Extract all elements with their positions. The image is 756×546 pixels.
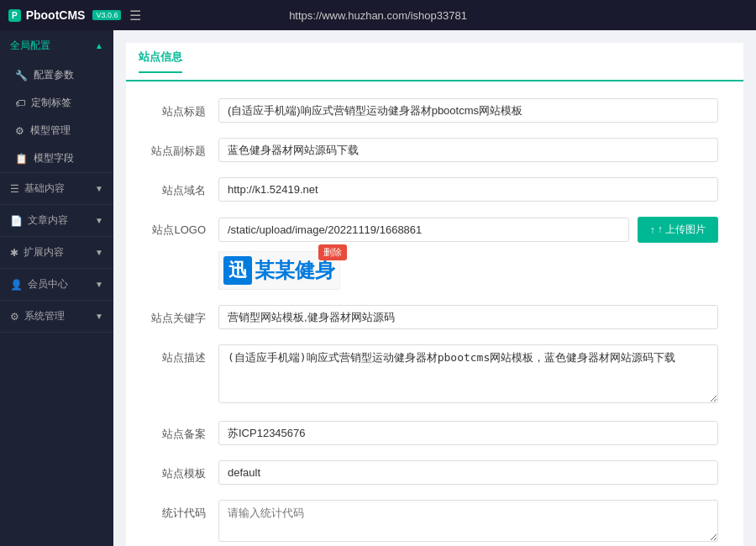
- site-template-input[interactable]: [218, 460, 718, 485]
- site-template-field: [218, 460, 718, 485]
- logo-preview-icon: 迅: [223, 256, 252, 285]
- sidebar-item-model-manage[interactable]: ⚙ 模型管理: [0, 117, 113, 144]
- sidebar-section-header-all-config[interactable]: 全局配置 ▲: [0, 30, 113, 61]
- logo-icon: P: [8, 9, 21, 22]
- sidebar-item-model-fields[interactable]: 📋 模型字段: [0, 144, 113, 172]
- site-url: https://www.huzhan.com/ishop33781: [289, 9, 467, 22]
- content-area: 站点信息 站点标题 站点副标题 站点域名: [113, 30, 756, 546]
- article-content-icon: 📄: [10, 215, 23, 227]
- all-config-arrow: ▲: [95, 41, 103, 50]
- upload-btn[interactable]: ↑ ↑ 上传图片: [638, 217, 718, 243]
- upload-icon: ↑: [650, 224, 655, 236]
- form-row-site-domain: 站点域名: [143, 177, 718, 202]
- basic-content-arrow: ▼: [95, 184, 103, 193]
- page-title: 站点信息: [139, 50, 182, 73]
- form-row-site-logo: 站点LOGO ↑ ↑ 上传图片 迅 某某健身: [143, 217, 718, 290]
- logo-preview-container: 迅 某某健身 删除: [218, 251, 340, 290]
- config-params-icon: 🔧: [15, 70, 28, 81]
- sidebar-section-all-config: 全局配置 ▲ 🔧 配置参数 🏷 定制标签 ⚙ 模型管理 📋 模型字段: [0, 30, 113, 173]
- extend-content-icon: ✱: [10, 247, 18, 259]
- site-description-field: (自适应手机端)响应式营销型运动健身器材pbootcms网站模板，蓝色健身器材网…: [218, 344, 718, 406]
- member-center-label: 会员中心: [28, 277, 68, 291]
- logo-preview-text: 某某健身: [255, 257, 335, 284]
- main-layout: 全局配置 ▲ 🔧 配置参数 🏷 定制标签 ⚙ 模型管理 📋 模型字段: [0, 30, 756, 546]
- custom-tags-label: 定制标签: [31, 96, 71, 110]
- topbar: P PbootCMS V3.0.6 ☰ https://www.huzhan.c…: [0, 0, 756, 30]
- logo-text: PbootCMS: [26, 8, 86, 22]
- system-manage-arrow: ▼: [95, 312, 103, 321]
- site-title-input[interactable]: [218, 98, 718, 123]
- upload-btn-label: ↑ 上传图片: [658, 223, 706, 237]
- article-content-arrow: ▼: [95, 216, 103, 225]
- site-logo-field: ↑ ↑ 上传图片 迅 某某健身 删除: [218, 217, 718, 290]
- stats-code-label: 统计代码: [143, 500, 218, 521]
- site-keywords-label: 站点关键字: [143, 305, 218, 326]
- member-center-arrow: ▼: [95, 280, 103, 289]
- site-title-label: 站点标题: [143, 98, 218, 119]
- model-fields-label: 模型字段: [34, 151, 74, 165]
- sidebar-section-header-extend-content[interactable]: ✱ 扩展内容 ▼: [0, 237, 113, 268]
- sidebar-section-article-content: 📄 文章内容 ▼: [0, 205, 113, 237]
- model-manage-icon: ⚙: [15, 125, 24, 137]
- extend-content-arrow: ▼: [95, 248, 103, 257]
- page-title-bar: 站点信息: [126, 43, 743, 81]
- site-domain-field: [218, 177, 718, 202]
- logo-row: ↑ ↑ 上传图片: [218, 217, 718, 243]
- article-content-label: 文章内容: [28, 213, 68, 228]
- config-params-label: 配置参数: [34, 68, 74, 82]
- sidebar-item-custom-tags[interactable]: 🏷 定制标签: [0, 89, 113, 117]
- form-row-site-template: 站点模板: [143, 460, 718, 485]
- sidebar-section-header-system-manage[interactable]: ⚙ 系统管理 ▼: [0, 301, 113, 332]
- sidebar-section-header-member-center[interactable]: 👤 会员中心 ▼: [0, 269, 113, 300]
- site-subtitle-input[interactable]: [218, 138, 718, 162]
- custom-tags-icon: 🏷: [15, 97, 25, 109]
- sidebar-section-extend-content: ✱ 扩展内容 ▼: [0, 237, 113, 269]
- site-keywords-field: [218, 305, 718, 329]
- sidebar-section-header-basic-content[interactable]: ☰ 基础内容 ▼: [0, 173, 113, 204]
- site-subtitle-field: [218, 138, 718, 162]
- site-template-label: 站点模板: [143, 460, 218, 481]
- menu-toggle-icon[interactable]: ☰: [129, 8, 141, 24]
- site-description-label: 站点描述: [143, 344, 218, 365]
- stats-code-field: [218, 500, 718, 544]
- site-domain-label: 站点域名: [143, 177, 218, 198]
- stats-code-textarea[interactable]: [218, 500, 718, 542]
- site-description-textarea[interactable]: (自适应手机端)响应式营销型运动健身器材pbootcms网站模板，蓝色健身器材网…: [218, 344, 718, 403]
- model-fields-icon: 📋: [15, 153, 28, 165]
- site-logo-label: 站点LOGO: [143, 217, 218, 238]
- site-domain-input[interactable]: [218, 177, 718, 202]
- extend-content-label: 扩展内容: [24, 245, 64, 260]
- basic-content-icon: ☰: [10, 183, 19, 195]
- site-title-field: [218, 98, 718, 123]
- logo-delete-btn[interactable]: 删除: [318, 244, 347, 260]
- form-row-site-keywords: 站点关键字: [143, 305, 718, 329]
- form-row-site-subtitle: 站点副标题: [143, 138, 718, 162]
- site-icp-label: 站点备案: [143, 421, 218, 442]
- sidebar-section-member-center: 👤 会员中心 ▼: [0, 269, 113, 301]
- logo-text-preview: 迅 某某健身: [223, 256, 335, 285]
- sidebar-item-config-params[interactable]: 🔧 配置参数: [0, 61, 113, 89]
- sidebar-section-system-manage: ⚙ 系统管理 ▼: [0, 301, 113, 333]
- version-badge: V3.0.6: [92, 10, 121, 20]
- form-row-site-title: 站点标题: [143, 98, 718, 123]
- sidebar: 全局配置 ▲ 🔧 配置参数 🏷 定制标签 ⚙ 模型管理 📋 模型字段: [0, 30, 113, 546]
- model-manage-label: 模型管理: [30, 123, 71, 138]
- site-icp-input[interactable]: [218, 421, 718, 445]
- form-row-site-description: 站点描述 (自适应手机端)响应式营销型运动健身器材pbootcms网站模板，蓝色…: [143, 344, 718, 406]
- system-manage-label: 系统管理: [24, 309, 65, 323]
- logo-path-input[interactable]: [218, 218, 629, 242]
- site-keywords-input[interactable]: [218, 305, 718, 329]
- basic-content-label: 基础内容: [24, 181, 65, 196]
- topbar-logo: P PbootCMS V3.0.6: [8, 8, 121, 22]
- site-subtitle-label: 站点副标题: [143, 138, 218, 159]
- site-icp-field: [218, 421, 718, 445]
- member-center-icon: 👤: [10, 279, 23, 291]
- system-manage-icon: ⚙: [10, 311, 19, 323]
- sidebar-section-basic-content: ☰ 基础内容 ▼: [0, 173, 113, 205]
- sidebar-section-header-article-content[interactable]: 📄 文章内容 ▼: [0, 205, 113, 236]
- form-row-site-icp: 站点备案: [143, 421, 718, 445]
- form-row-stats-code: 统计代码: [143, 500, 718, 544]
- form-card: 站点标题 站点副标题 站点域名 站点LOGO: [126, 81, 743, 546]
- all-config-label: 全局配置: [10, 39, 50, 53]
